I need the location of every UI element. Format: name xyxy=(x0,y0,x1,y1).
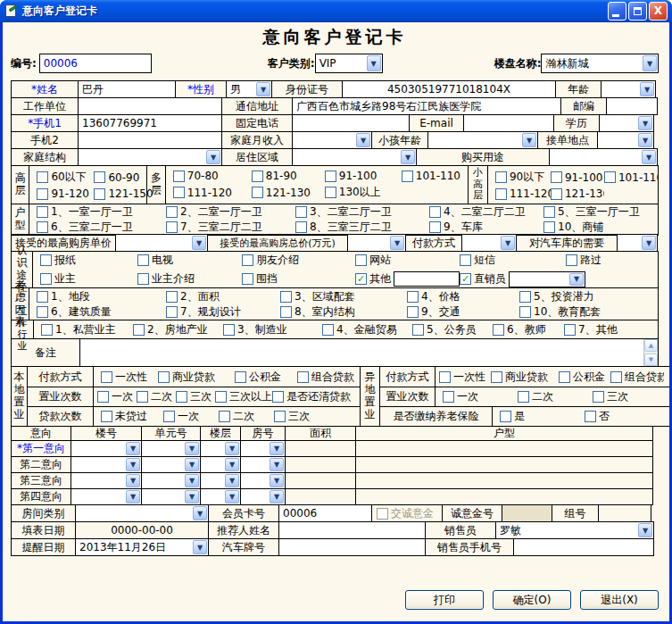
checkbox[interactable] xyxy=(355,254,367,266)
mobile1-input[interactable]: 13607769971 xyxy=(78,114,222,132)
intent-dropdown[interactable]: ▼ xyxy=(240,456,286,473)
intent-dropdown[interactable]: ▼ xyxy=(71,440,142,457)
dropdown-arrow-icon[interactable]: ▼ xyxy=(206,150,220,164)
agent-checkbox[interactable]: ✓ xyxy=(460,273,471,285)
checkbox-option[interactable]: 未贷过 xyxy=(101,409,163,424)
intent-cell[interactable] xyxy=(285,488,356,505)
checkbox[interactable] xyxy=(37,188,48,200)
checkbox-option[interactable]: 4、价格 xyxy=(407,290,519,303)
dropdown-arrow-icon[interactable]: ▼ xyxy=(642,236,656,250)
checkbox-option[interactable]: 111-120 xyxy=(495,187,551,200)
referrer-input[interactable] xyxy=(278,521,426,539)
checkbox-option[interactable]: 60以下 xyxy=(37,170,94,185)
checkbox[interactable] xyxy=(297,371,309,383)
garage-need-dropdown[interactable]: ▼ xyxy=(617,234,658,252)
dropdown-arrow-icon[interactable]: ▼ xyxy=(356,133,370,147)
dropdown-arrow-icon[interactable]: ▼ xyxy=(225,458,239,471)
edu-dropdown[interactable]: ▼ xyxy=(599,114,654,132)
dropdown-arrow-icon[interactable]: ▼ xyxy=(185,458,199,471)
intent-dropdown[interactable]: ▼ xyxy=(200,456,241,473)
checkbox-option[interactable]: 三次 xyxy=(274,409,329,424)
dropdown-arrow-icon[interactable]: ▼ xyxy=(185,490,199,503)
dropdown-arrow-icon[interactable]: ▼ xyxy=(569,273,584,286)
dropdown-arrow-icon[interactable]: ▼ xyxy=(638,133,652,147)
checkbox[interactable] xyxy=(274,411,286,422)
checkbox-option[interactable]: 电视 xyxy=(137,253,242,268)
checkbox-option[interactable]: 91-100 xyxy=(325,170,402,182)
intent-cell[interactable] xyxy=(355,488,653,505)
checkbox-option[interactable]: 7、三室二厅二卫 xyxy=(166,221,295,234)
checkbox-option[interactable]: 商业贷款 xyxy=(491,370,559,385)
checkbox[interactable] xyxy=(40,254,52,266)
checkbox[interactable] xyxy=(223,324,235,336)
checkbox[interactable] xyxy=(460,254,471,266)
checkbox[interactable] xyxy=(402,171,413,182)
name-input[interactable]: 巴丹 xyxy=(78,80,176,98)
checkbox-option[interactable]: 91-120 xyxy=(37,187,94,200)
checkbox-option[interactable]: 是否还清贷款 xyxy=(272,389,356,404)
dropdown-arrow-icon[interactable]: ▼ xyxy=(225,442,239,455)
checkbox[interactable] xyxy=(101,371,112,383)
checkbox[interactable] xyxy=(429,206,441,218)
seller-phone-input[interactable] xyxy=(513,538,654,556)
scroll-down-icon[interactable]: ▼ xyxy=(644,354,658,366)
checkbox-option[interactable]: 一次 xyxy=(443,389,518,404)
intent-cell[interactable] xyxy=(355,472,653,489)
checkbox-option[interactable]: 一次 xyxy=(97,389,137,404)
checkbox[interactable] xyxy=(37,171,48,183)
checkbox-option[interactable]: 5、投资潜力 xyxy=(519,290,658,303)
remind-date-picker[interactable]: 2013年11月26日▼ xyxy=(75,538,209,556)
checkbox-option[interactable]: 1、一室一厅一卫 xyxy=(37,206,166,219)
checkbox[interactable] xyxy=(518,391,529,403)
checkbox[interactable] xyxy=(280,306,292,318)
checkbox-option[interactable]: 4、金融贸易 xyxy=(322,322,412,337)
dropdown-arrow-icon[interactable]: ▼ xyxy=(126,442,140,455)
checkbox[interactable] xyxy=(566,254,577,266)
checkbox[interactable] xyxy=(519,291,531,303)
checkbox-option[interactable]: 组合贷款 xyxy=(610,370,664,385)
max-total-price-dropdown[interactable]: ▼ xyxy=(347,234,406,252)
checkbox[interactable] xyxy=(94,188,105,200)
checkbox[interactable] xyxy=(235,371,246,383)
checkbox[interactable] xyxy=(564,324,576,336)
id-input[interactable]: 45030519771018104X xyxy=(342,80,556,98)
dropdown-arrow-icon[interactable]: ▼ xyxy=(126,458,140,471)
checkbox-option[interactable]: 8、室内结构 xyxy=(280,305,407,318)
income-dropdown[interactable]: ▼ xyxy=(292,131,372,149)
checkbox[interactable] xyxy=(559,371,570,383)
email-input[interactable] xyxy=(463,114,554,132)
dropdown-arrow-icon[interactable]: ▼ xyxy=(401,150,415,164)
checkbox-option[interactable]: 1、地段 xyxy=(37,290,166,303)
checkbox-option[interactable]: 一次性 xyxy=(439,370,491,385)
member-card-input[interactable]: 00006 xyxy=(278,504,372,522)
max-unit-price-dropdown[interactable]: ▼ xyxy=(115,234,208,252)
checkbox-option[interactable]: 3、制造业 xyxy=(223,322,322,337)
checkbox-option[interactable]: 组合贷款 xyxy=(297,370,360,385)
checkbox-option[interactable]: 7、其他 xyxy=(564,322,658,337)
checkbox[interactable] xyxy=(166,291,178,303)
checkbox-option[interactable]: 6、建筑质量 xyxy=(37,305,166,318)
age-dropdown[interactable]: ▼ xyxy=(601,80,656,98)
checkbox[interactable] xyxy=(166,221,178,233)
checkbox-option[interactable]: 121-130 xyxy=(551,187,604,200)
checkbox-option[interactable]: 否 xyxy=(585,409,669,424)
checkbox[interactable] xyxy=(137,273,149,285)
intent-dropdown[interactable]: ▼ xyxy=(71,472,142,489)
dropdown-arrow-icon[interactable]: ▼ xyxy=(126,474,140,487)
checkbox[interactable] xyxy=(37,221,48,233)
checkbox-option[interactable]: 一次 xyxy=(163,409,219,424)
checkbox[interactable] xyxy=(593,391,604,403)
checkbox-option[interactable]: 9、交通 xyxy=(407,305,519,318)
checkbox[interactable] xyxy=(37,291,48,303)
checkbox-option[interactable]: 2、二室一厅一卫 xyxy=(166,206,295,219)
checkbox-option[interactable]: 2、房地产业 xyxy=(133,322,223,337)
dropdown-arrow-icon[interactable]: ▼ xyxy=(638,523,652,537)
checkbox-option[interactable]: 5、三室一厅一卫 xyxy=(543,206,658,219)
intent-dropdown[interactable]: ▼ xyxy=(71,488,142,505)
intent-dropdown[interactable]: ▼ xyxy=(141,440,201,457)
ok-button[interactable]: 确定(O) xyxy=(493,590,571,610)
checkbox-option[interactable]: 1、私营业主 xyxy=(41,322,133,337)
other-checkbox[interactable]: ✓ xyxy=(355,273,367,285)
checkbox-option[interactable]: 2、面积 xyxy=(166,290,280,303)
no-input[interactable]: 00006 xyxy=(39,54,152,73)
